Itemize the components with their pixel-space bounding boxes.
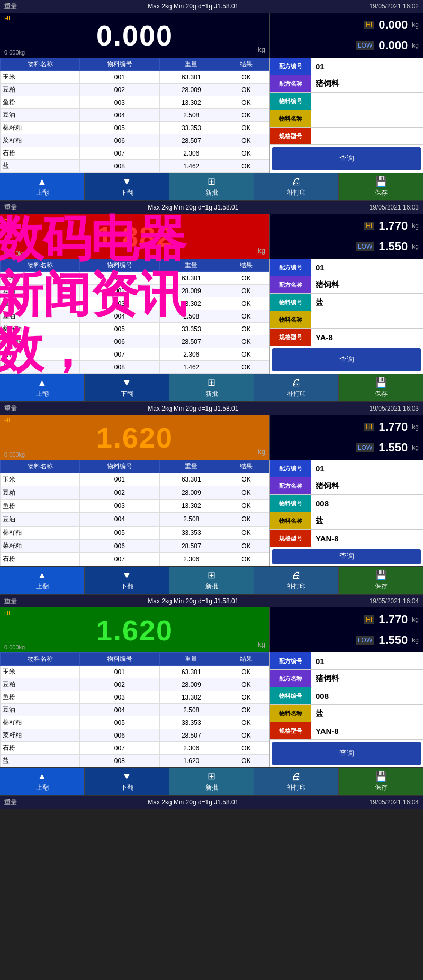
table-row: 棉籽粕00533.353OK — [1, 323, 269, 335]
low-unit-0: kg — [412, 42, 419, 49]
table-row: 豆油0042.508OK — [1, 704, 269, 716]
table-row: 棉籽粕00533.353OK — [1, 526, 269, 539]
info-row-0-panel-1: 配方编号01 — [270, 259, 423, 276]
btn-下翻-panel-3[interactable]: ▼下翻 — [85, 768, 169, 795]
table-row: 石粉0072.306OK — [1, 552, 269, 566]
btn-上翻-panel-1[interactable]: ▲上翻 — [0, 374, 85, 401]
btn-icon-1-panel-0: ▼ — [122, 176, 132, 187]
btn-保存-panel-2[interactable]: 💾保存 — [339, 567, 423, 594]
table-row: 豆粕00228.009OK — [1, 486, 269, 500]
btn-上翻-panel-2[interactable]: ▲上翻 — [0, 567, 85, 594]
btn-icon-4-panel-0: 💾 — [375, 176, 387, 187]
table-row: 菜籽粕00628.507OK — [1, 539, 269, 552]
topbar-center-1: Max 2kg Min 20g d=1g J1.58.01 — [148, 204, 238, 211]
info-row-2-panel-2: 物料编号008 — [270, 495, 423, 512]
btn-icon-0-panel-2: ▲ — [38, 570, 47, 581]
info-row-1-panel-3: 配方名称猪饲料 — [270, 670, 423, 687]
table-row: 石粉0072.306OK — [1, 348, 269, 361]
low-value-1: 1.550 — [379, 240, 408, 253]
btn-下翻-panel-1[interactable]: ▼下翻 — [85, 374, 169, 401]
btn-icon-1-panel-3: ▼ — [122, 771, 132, 782]
topbar-right-3: 19/05/2021 16:04 — [370, 597, 419, 605]
info-row-3-panel-2: 物料名称盐 — [270, 512, 423, 530]
table-row: 盐0081.620OK — [1, 755, 269, 767]
table-row: 豆油0042.508OK — [1, 513, 269, 526]
btn-新批-panel-2[interactable]: ⊞新批 — [169, 567, 254, 594]
info-row-2-panel-1: 物料编号盐 — [270, 294, 423, 311]
btn-icon-2-panel-3: ⊞ — [208, 770, 215, 782]
hi-value-1: 1.770 — [379, 219, 408, 233]
hi-label-0: HI — [4, 15, 10, 21]
query-button-3[interactable]: 查询 — [272, 742, 421, 765]
btn-补打印-panel-1[interactable]: 🖨补打印 — [254, 374, 339, 401]
topbar-left-2: 重量 — [4, 404, 17, 413]
topbar-right-1: 19/05/2021 16:03 — [370, 204, 419, 211]
hi-value-2: 1.770 — [379, 420, 408, 434]
query-button-2[interactable]: 查询 — [272, 549, 421, 564]
hi-unit-2: kg — [412, 423, 419, 431]
panel-2: 重量 Max 2kg Min 20g d=1g J1.58.01 19/05/2… — [0, 201, 423, 402]
hi-unit-0: kg — [412, 21, 419, 29]
btn-新批-panel-3[interactable]: ⊞新批 — [169, 768, 254, 795]
low-label-2: LOW — [356, 443, 374, 452]
hi-label-3: HI — [4, 610, 10, 616]
btn-上翻-panel-0[interactable]: ▲上翻 — [0, 173, 85, 200]
btn-新批-panel-0[interactable]: ⊞新批 — [169, 173, 254, 200]
info-row-4-panel-3: 规格型号YAN-8 — [270, 722, 423, 740]
weight-value-2: 1.620 — [96, 421, 173, 454]
btn-icon-2-panel-0: ⊞ — [208, 176, 215, 187]
panel-1: 重量 Max 2kg Min 20g d=1g J1.58.01 19/05/2… — [0, 0, 423, 201]
btn-icon-0-panel-3: ▲ — [38, 771, 47, 782]
btn-保存-panel-1[interactable]: 💾保存 — [339, 374, 423, 401]
info-row-3-panel-1: 物料名称 — [270, 311, 423, 329]
topbar-center-0: Max 2kg Min 20g d=1g J1.58.01 — [148, 3, 238, 10]
btn-icon-3-panel-1: 🖨 — [292, 377, 301, 388]
zero-label-1: 0.000kg — [4, 250, 25, 257]
hi-value-0: 0.000 — [379, 18, 408, 32]
btn-上翻-panel-3[interactable]: ▲上翻 — [0, 768, 85, 795]
btn-下翻-panel-2[interactable]: ▼下翻 — [85, 567, 169, 594]
hi-label-right-1: HI — [364, 222, 374, 230]
info-row-4-panel-0: 规格型号 — [270, 128, 423, 145]
btn-下翻-panel-0[interactable]: ▼下翻 — [85, 173, 169, 200]
info-row-1-panel-2: 配方名称猪饲料 — [270, 477, 423, 495]
btn-icon-0-panel-0: ▲ — [38, 176, 47, 187]
btn-补打印-panel-0[interactable]: 🖨补打印 — [254, 173, 339, 200]
footer-center: Max 2kg Min 20g d=1g J1.58.01 — [148, 798, 238, 806]
data-table-2: 物料名称物料编号重量结果玉米00163.301OK豆粕00228.009OK鱼粉… — [0, 460, 269, 566]
table-row: 菜籽粕00628.507OK — [1, 335, 269, 348]
info-row-2-panel-3: 物料编号008 — [270, 687, 423, 705]
table-row: 豆粕00228.009OK — [1, 678, 269, 691]
btn-icon-2-panel-2: ⊞ — [208, 569, 215, 581]
weight-unit-1: kg — [258, 247, 265, 255]
btn-新批-panel-1[interactable]: ⊞新批 — [169, 374, 254, 401]
btn-保存-panel-3[interactable]: 💾保存 — [339, 768, 423, 795]
btn-补打印-panel-3[interactable]: 🖨补打印 — [254, 768, 339, 795]
info-row-1-panel-0: 配方名称猪饲料 — [270, 75, 423, 93]
info-row-0-panel-0: 配方编号01 — [270, 58, 423, 75]
table-row: 豆油0042.508OK — [1, 310, 269, 323]
hi-label-right-2: HI — [364, 423, 374, 431]
table-row: 玉米00163.301OK — [1, 272, 269, 285]
low-value-2: 1.550 — [379, 441, 408, 455]
btn-icon-4-panel-3: 💾 — [375, 770, 387, 782]
topbar-center-3: Max 2kg Min 20g d=1g J1.58.01 — [148, 597, 238, 605]
table-row: 豆粕00228.009OK — [1, 285, 269, 297]
info-row-3-panel-0: 物料名称 — [270, 110, 423, 128]
low-label-1: LOW — [356, 242, 374, 251]
query-button-1[interactable]: 查询 — [272, 348, 421, 371]
info-row-3-panel-3: 物料名称盐 — [270, 705, 423, 722]
btn-icon-1-panel-2: ▼ — [122, 570, 132, 581]
query-button-0[interactable]: 查询 — [272, 147, 421, 170]
btn-保存-panel-0[interactable]: 💾保存 — [339, 173, 423, 200]
table-row: 菜籽粕00628.507OK — [1, 729, 269, 742]
table-row: 盐0081.462OK — [1, 361, 269, 374]
hi-label-right-0: HI — [364, 21, 374, 29]
btn-icon-4-panel-1: 💾 — [375, 377, 387, 388]
panel-4: 重量 Max 2kg Min 20g d=1g J1.58.01 19/05/2… — [0, 595, 423, 796]
weight-value-0: 0.000 — [96, 19, 173, 52]
weight-unit-0: kg — [258, 46, 265, 53]
table-row: 盐0081.462OK — [1, 160, 269, 173]
btn-补打印-panel-2[interactable]: 🖨补打印 — [254, 567, 339, 594]
btn-icon-3-panel-2: 🖨 — [292, 570, 301, 581]
